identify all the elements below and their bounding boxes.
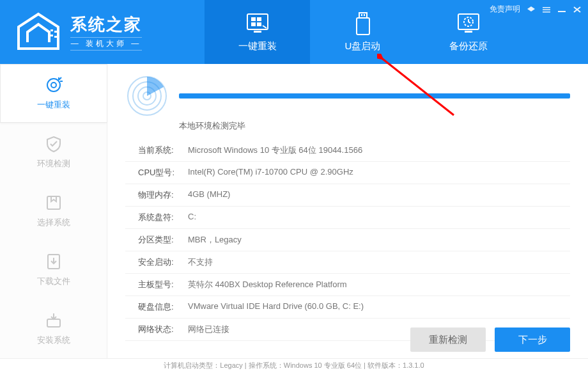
usb-icon [350,12,376,35]
info-row-cpu: CPU型号:Intel(R) Core(TM) i7-10700 CPU @ 2… [125,162,570,184]
target-icon [44,76,63,94]
select-icon [44,194,63,212]
tab-label: 备份还原 [449,40,488,52]
svg-rect-9 [254,31,261,33]
svg-rect-3 [54,36,57,38]
main-panel: 本地环境检测完毕 当前系统:Microsoft Windows 10 专业版 6… [107,64,588,358]
sidebar-item-install[interactable]: 安装系统 [0,299,107,358]
tab-label: 一键重装 [238,40,277,52]
sidebar-item-label: 一键重装 [37,99,70,111]
info-list: 当前系统:Microsoft Windows 10 专业版 64位 19044.… [125,139,570,341]
next-button[interactable]: 下一步 [495,328,570,352]
info-label: 系统盘符: [138,212,188,223]
windows-icon [245,12,270,35]
svg-rect-6 [257,17,261,21]
rescan-button[interactable]: 重新检测 [410,328,486,352]
sidebar-item-label: 环境检测 [37,158,70,170]
tab-usb-boot[interactable]: U盘启动 [310,0,415,64]
info-label: CPU型号: [138,167,188,178]
info-row-memory: 物理内存:4GB (MHZ) [125,184,570,207]
info-value: 不支持 [188,257,570,268]
info-value: 4GB (MHZ) [188,189,570,201]
svg-rect-17 [543,7,550,8]
svg-rect-5 [251,17,256,21]
svg-rect-12 [361,14,362,16]
info-label: 硬盘信息: [138,301,188,313]
info-label: 网络状态: [138,324,188,335]
info-value: VMware Virtual IDE Hard Drive (60.0 GB, … [188,301,570,313]
svg-rect-8 [257,22,261,26]
info-label: 安全启动: [138,257,188,268]
info-value: Microsoft Windows 10 专业版 64位 19044.1566 [188,145,570,156]
logo-area: 系统之家 — 装机大师 — [0,10,205,54]
logo-subtitle: — 装机大师 — [70,37,142,51]
close-icon[interactable] [573,6,582,13]
progress-row [125,74,570,118]
svg-rect-18 [543,9,550,10]
window-controls: 免责声明 [490,4,582,15]
sidebar-item-label: 选择系统 [37,217,70,228]
tab-reinstall[interactable]: 一键重装 [205,0,310,64]
svg-point-21 [47,79,60,91]
download-icon [44,253,63,271]
info-value: 英特尔 440BX Desktop Reference Platform [188,279,570,290]
svg-rect-13 [364,14,365,16]
logo-text: 系统之家 — 装机大师 — [70,13,142,51]
footer-status: 计算机启动类型：Legacy | 操作系统：Windows 10 专业版 64位… [0,358,588,371]
svg-rect-20 [558,11,566,12]
disclaimer-link[interactable]: 免责声明 [490,4,520,15]
info-row-partition: 分区类型:MBR，Legacy [125,229,570,251]
info-value: Intel(R) Core(TM) i7-10700 CPU @ 2.90GHz [188,167,570,178]
info-value: C: [188,212,570,223]
sidebar-item-label: 下载文件 [37,276,70,287]
info-row-disk: 硬盘信息:VMware Virtual IDE Hard Drive (60.0… [125,296,570,319]
svg-rect-11 [357,18,369,35]
install-icon [44,312,63,329]
sidebar-item-download[interactable]: 下载文件 [0,241,107,299]
info-label: 物理内存: [138,189,188,201]
svg-rect-25 [47,319,60,327]
info-label: 主板型号: [138,279,188,290]
info-row-os: 当前系统:Microsoft Windows 10 专业版 64位 19044.… [125,139,570,162]
sidebar-item-reinstall[interactable]: 一键重装 [0,64,107,123]
sidebar-item-label: 安装系统 [37,335,70,346]
svg-rect-2 [50,35,53,36]
info-row-sysdrive: 系统盘符:C: [125,207,570,229]
shield-icon [44,135,63,153]
tab-label: U盘启动 [345,40,381,52]
svg-rect-1 [54,31,57,33]
svg-rect-23 [47,196,60,209]
svg-rect-16 [465,31,472,33]
info-row-motherboard: 主板型号:英特尔 440BX Desktop Reference Platfor… [125,274,570,296]
top-tabs: 一键重装 U盘启动 备份还原 [205,0,521,64]
info-label: 分区类型: [138,234,188,246]
info-label: 当前系统: [138,145,188,156]
minimize-icon[interactable] [557,6,566,13]
sidebar: 一键重装 环境检测 选择系统 下载文件 安装系统 [0,64,107,358]
menu-icon[interactable] [542,6,551,13]
sidebar-item-select[interactable]: 选择系统 [0,182,107,241]
scan-status: 本地环境检测完毕 [179,120,570,132]
svg-rect-7 [251,22,256,26]
svg-rect-19 [543,12,550,13]
restore-icon [456,12,481,35]
logo-title: 系统之家 [70,13,142,36]
info-row-secureboot: 安全启动:不支持 [125,251,570,274]
svg-rect-10 [359,13,367,18]
sidebar-item-envcheck[interactable]: 环境检测 [0,123,107,182]
svg-rect-0 [50,29,53,31]
logo-icon [13,10,64,54]
action-row: 重新检测 下一步 [410,328,570,352]
body: 一键重装 环境检测 选择系统 下载文件 安装系统 [0,64,588,358]
info-value: MBR，Legacy [188,234,570,246]
header: 系统之家 — 装机大师 — 一键重装 U盘启动 备份还原 免责声明 [0,0,588,64]
svg-point-22 [51,83,56,88]
scan-radar-icon [125,74,169,118]
progress-bar [179,93,570,99]
graduation-icon[interactable] [527,6,536,13]
